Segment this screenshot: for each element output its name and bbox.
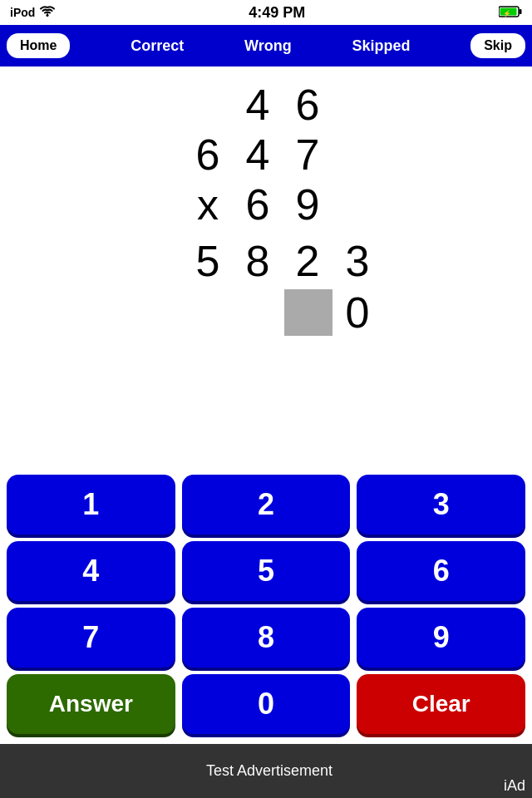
answer-button[interactable]: Answer — [7, 674, 175, 734]
r4c2: 8 — [233, 236, 283, 286]
keypad-row-3: 7 8 9 — [7, 608, 525, 667]
r3c3: 9 — [283, 180, 332, 229]
r1c2: 4 — [233, 80, 283, 130]
status-bar: iPod 4:49 PM ⚡ — [0, 0, 532, 25]
clear-button[interactable]: Clear — [357, 674, 525, 734]
status-right: ⚡ — [499, 6, 522, 20]
svg-rect-2 — [520, 9, 522, 14]
r3c4 — [332, 180, 382, 229]
key-1[interactable]: 1 — [7, 475, 175, 534]
math-row-1: 4 6 — [150, 80, 382, 130]
math-row-5: 0 — [150, 288, 382, 337]
r5c2 — [234, 288, 284, 337]
battery-icon: ⚡ — [499, 6, 522, 20]
home-button[interactable]: Home — [7, 33, 70, 58]
key-2[interactable]: 2 — [182, 475, 351, 534]
device-label: iPod — [10, 6, 35, 19]
r4c3: 2 — [283, 236, 332, 286]
r2c2: 4 — [233, 130, 283, 180]
math-row-2: 6 4 7 — [150, 130, 382, 180]
r3c1: x — [183, 180, 233, 229]
r2c3: 7 — [283, 130, 332, 180]
correct-label: Correct — [131, 37, 184, 55]
key-6[interactable]: 6 — [357, 541, 525, 601]
skip-button[interactable]: Skip — [470, 33, 525, 58]
r4c1: 5 — [183, 236, 233, 286]
status-left: iPod — [10, 6, 55, 20]
wrong-label: Wrong — [244, 37, 292, 55]
iad-label: iAd — [504, 777, 525, 795]
r1c4 — [332, 80, 382, 130]
keypad-row-2: 4 5 6 — [7, 541, 525, 601]
r4c4: 3 — [332, 236, 382, 286]
math-row-4: 5 8 2 3 — [150, 236, 382, 286]
key-4[interactable]: 4 — [7, 541, 175, 601]
r5c4: 0 — [332, 288, 382, 337]
key-8[interactable]: 8 — [182, 608, 351, 667]
svg-text:⚡: ⚡ — [503, 9, 511, 17]
r2c4 — [332, 130, 382, 180]
keypad-row-1: 1 2 3 — [7, 475, 525, 534]
key-9[interactable]: 9 — [357, 608, 525, 667]
skipped-label: Skipped — [352, 37, 410, 55]
r1c3: 6 — [283, 80, 332, 130]
r2c1: 6 — [183, 130, 233, 180]
r3c2: 6 — [233, 180, 283, 229]
keypad-row-4: Answer 0 Clear — [7, 674, 525, 734]
ad-bar: Test Advertisement iAd — [0, 744, 532, 798]
key-3[interactable]: 3 — [357, 475, 525, 534]
keypad: 1 2 3 4 5 6 7 8 9 Answer 0 Clear — [0, 468, 532, 744]
r5c1 — [185, 288, 234, 337]
nav-bar: Home Correct Wrong Skipped Skip — [0, 25, 532, 66]
wifi-icon — [40, 6, 55, 20]
key-0[interactable]: 0 — [182, 674, 351, 734]
math-area: 4 6 6 4 7 x 6 9 5 8 2 3 0 — [0, 66, 532, 349]
math-row-3: x 6 9 — [150, 180, 382, 229]
ad-text: Test Advertisement — [206, 762, 332, 780]
svg-point-0 — [47, 14, 49, 17]
carry-box — [284, 289, 332, 336]
r1c1 — [183, 80, 233, 130]
status-time: 4:49 PM — [249, 4, 305, 22]
key-5[interactable]: 5 — [182, 541, 351, 601]
key-7[interactable]: 7 — [7, 608, 175, 667]
